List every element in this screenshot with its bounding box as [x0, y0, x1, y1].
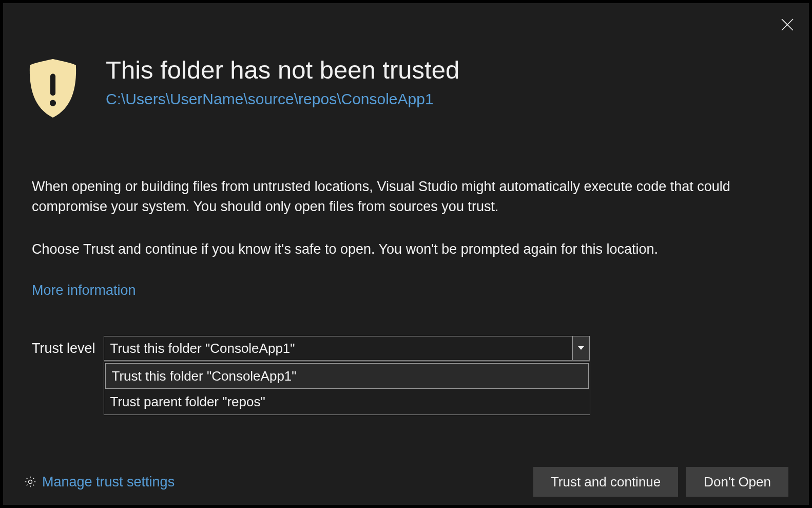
more-information-link[interactable]: More information [32, 283, 136, 298]
svg-point-4 [29, 480, 32, 484]
dont-open-button[interactable]: Don't Open [686, 467, 788, 497]
trust-level-option-parent-folder[interactable]: Trust parent folder "repos" [104, 389, 590, 415]
dialog-title: This folder has not been trusted [106, 55, 459, 84]
dialog-body: When opening or building files from untr… [32, 177, 761, 264]
trust-level-selected-value: Trust this folder "ConsoleApp1" [104, 336, 573, 360]
trust-level-option-this-folder[interactable]: Trust this folder "ConsoleApp1" [105, 363, 589, 389]
trust-level-dropdown-list: Trust this folder "ConsoleApp1" Trust pa… [104, 362, 590, 415]
body-paragraph-1: When opening or building files from untr… [32, 177, 761, 217]
body-paragraph-2: Choose Trust and continue if you know it… [32, 239, 761, 259]
combobox-dropdown-button[interactable] [573, 336, 589, 360]
trust-and-continue-button[interactable]: Trust and continue [533, 467, 678, 497]
chevron-down-icon [578, 346, 584, 350]
gear-icon [24, 475, 37, 488]
close-icon [780, 17, 795, 32]
manage-trust-settings-link[interactable]: Manage trust settings [24, 474, 175, 490]
manage-trust-settings-label: Manage trust settings [42, 474, 175, 490]
folder-path: C:\Users\UserName\source\repos\ConsoleAp… [106, 90, 459, 108]
trust-level-combobox[interactable]: Trust this folder "ConsoleApp1" [104, 336, 590, 361]
svg-point-3 [50, 100, 56, 106]
shield-warning-icon [27, 55, 79, 121]
dialog-header: This folder has not been trusted C:\User… [27, 55, 459, 121]
svg-rect-2 [50, 73, 55, 96]
trust-level-label: Trust level [32, 341, 95, 356]
dialog-footer: Manage trust settings Trust and continue… [3, 459, 809, 505]
trust-dialog: This folder has not been trusted C:\User… [3, 3, 809, 505]
trust-level-row: Trust level Trust this folder "ConsoleAp… [32, 336, 590, 361]
close-button[interactable] [776, 13, 799, 36]
